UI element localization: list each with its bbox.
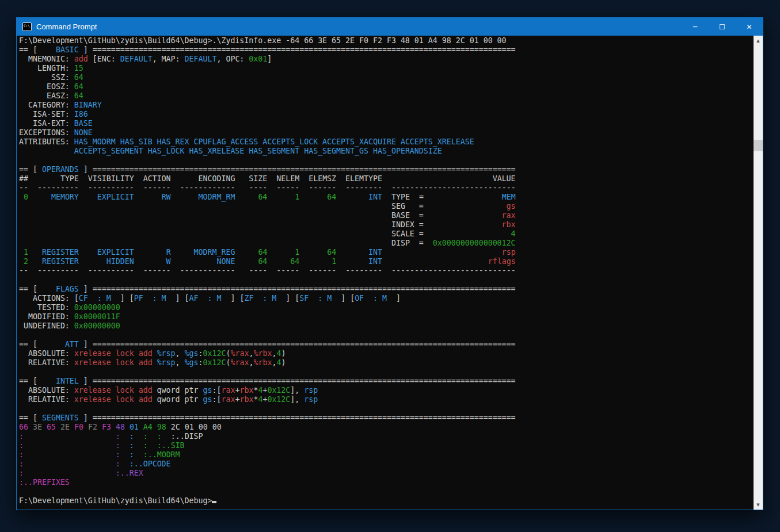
cmd-icon: C:\_ [22, 22, 32, 31]
terminal-line: ## TYPE VISIBILITY ACTION ENCODING SIZE … [19, 174, 754, 183]
terminal-line: ABSOLUTE: xrelease lock add %rsp, %gs:0x… [19, 349, 754, 358]
terminal-line: : : : : :..SIB [19, 441, 754, 450]
terminal-line: MODIFIED: 0x0000011F [19, 312, 754, 322]
terminal-line: : :..REX [19, 469, 754, 478]
terminal-line: F:\Development\GitHub\zydis\Build64\Debu… [19, 36, 754, 45]
terminal-line: RELATIVE: xrelease lock add qword ptr gs… [19, 395, 754, 404]
terminal-line: ABSOLUTE: xrelease lock add qword ptr gs… [19, 386, 754, 395]
window-controls: ─ ☐ ✕ [682, 18, 763, 36]
terminal-line: SEG = gs [19, 202, 754, 211]
terminal-line [19, 368, 754, 377]
terminal-line: SCALE = 4 [19, 229, 754, 239]
terminal-line: == [ ATT ] =============================… [19, 340, 754, 349]
terminal-line: 0 MEMORY EXPLICIT RW MODRM_RM 64 1 64 IN… [19, 193, 754, 202]
terminal-line [19, 404, 754, 414]
scroll-up-button[interactable]: ▲ [754, 36, 763, 45]
terminal-line: 2 REGISTER HIDDEN W NONE 64 64 1 INT rfl… [19, 257, 754, 266]
terminal-line: ATTRIBUTES: HAS_MODRM HAS_SIB HAS_REX CP… [19, 137, 754, 147]
terminal-line: INDEX = rbx [19, 220, 754, 229]
scrollbar[interactable]: ▲ ▼ [754, 36, 763, 510]
scrollbar-track[interactable] [754, 45, 763, 500]
terminal-line: 1 REGISTER EXPLICIT R MODRM_REG 64 1 64 … [19, 248, 754, 257]
terminal-line [19, 331, 754, 340]
terminal-line [19, 275, 754, 285]
maximize-button[interactable]: ☐ [709, 18, 736, 36]
terminal-line: -- --------- ---------- ------ ---------… [19, 183, 754, 193]
terminal-line: MNEMONIC: add [ENC: DEFAULT, MAP: DEFAUL… [19, 55, 754, 64]
terminal-line: TESTED: 0x00000000 [19, 303, 754, 312]
terminal-line: UNDEFINED: 0x00000000 [19, 322, 754, 331]
terminal-line: == [ OPERANDS ] ========================… [19, 165, 754, 174]
terminal-line: LENGTH: 15 [19, 64, 754, 73]
terminal-line: == [ INTEL ] ===========================… [19, 377, 754, 386]
terminal-line: == [ FLAGS ] ===========================… [19, 285, 754, 294]
text-cursor [212, 501, 216, 503]
terminal-line: 66 3E 65 2E F0 F2 F3 48 01 A4 98 2C 01 0… [19, 423, 754, 432]
terminal-window: C:\_ Command Prompt ─ ☐ ✕ F:\Development… [16, 17, 763, 510]
terminal-line: EXCEPTIONS: NONE [19, 128, 754, 137]
terminal-line: == [ SEGMENTS ] ========================… [19, 414, 754, 423]
terminal-line: == [ BASIC ] ===========================… [19, 45, 754, 55]
terminal-line: -- --------- ---------- ------ ---------… [19, 266, 754, 275]
terminal-output[interactable]: F:\Development\GitHub\zydis\Build64\Debu… [17, 36, 754, 510]
minimize-button[interactable]: ─ [682, 18, 709, 36]
cmd-icon-glyph: C:\_ [24, 24, 32, 28]
terminal-line: RELATIVE: xrelease lock add %rsp, %gs:0x… [19, 358, 754, 368]
terminal-line: EASZ: 64 [19, 91, 754, 101]
terminal-line: ISA-SET: I86 [19, 110, 754, 119]
title-bar[interactable]: C:\_ Command Prompt ─ ☐ ✕ [17, 18, 763, 36]
terminal-line: ACTIONS: [CF : M ] [PF : M ] [AF : M ] [… [19, 294, 754, 303]
terminal-line: :..PREFIXES [19, 478, 754, 487]
terminal-line: ACCEPTS_SEGMENT HAS_LOCK HAS_XRELEASE HA… [19, 147, 754, 156]
scrollbar-thumb[interactable] [754, 140, 763, 151]
terminal-line: : : : : : :..DISP [19, 432, 754, 441]
terminal-line: CATEGORY: BINARY [19, 101, 754, 110]
close-button[interactable]: ✕ [736, 18, 763, 36]
terminal-line: : : : :..MODRM [19, 450, 754, 460]
terminal-line [19, 156, 754, 165]
terminal-line: ISA-EXT: BASE [19, 119, 754, 128]
terminal-line: BASE = rax [19, 211, 754, 220]
scroll-down-button[interactable]: ▼ [754, 500, 763, 510]
terminal-line: : : :..OPCODE [19, 460, 754, 469]
window-title: Command Prompt [36, 22, 97, 31]
terminal-line [19, 487, 754, 496]
terminal-line: DISP = 0x000000000000012C [19, 239, 754, 248]
terminal-line: EOSZ: 64 [19, 82, 754, 91]
terminal-line: F:\Development\GitHub\zydis\Build64\Debu… [19, 496, 754, 506]
terminal-line: SSZ: 64 [19, 73, 754, 82]
